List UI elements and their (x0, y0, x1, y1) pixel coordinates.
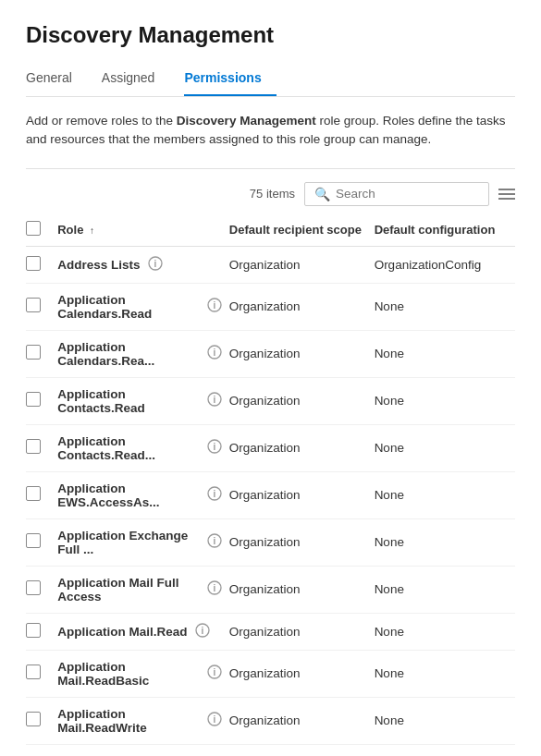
table-row: Application Contacts.Read...iOrganizatio… (26, 424, 515, 471)
row-checkbox[interactable] (26, 486, 41, 501)
row-config: None (375, 471, 515, 518)
row-role: Address Listsi (57, 246, 229, 283)
col-header-scope: Default recipient scope (229, 213, 375, 247)
row-config: None (375, 613, 515, 650)
search-input[interactable] (336, 187, 479, 201)
info-icon[interactable]: i (207, 533, 222, 551)
row-checkbox[interactable] (26, 580, 41, 595)
row-scope: Organization (229, 518, 375, 566)
role-name: Address Lists (57, 258, 140, 272)
description-text: Add or remove roles to the Discovery Man… (26, 112, 515, 150)
item-count: 75 items (250, 187, 295, 201)
row-checkbox[interactable] (26, 345, 41, 360)
row-config: None (375, 377, 515, 424)
divider (26, 168, 515, 169)
role-name: Application Calendars.Read (57, 293, 200, 321)
table-row: Application Mail.ReadWriteiOrganizationN… (26, 697, 515, 744)
row-config: None (375, 518, 515, 566)
role-name: Application Contacts.Read... (57, 434, 200, 462)
info-icon[interactable]: i (207, 486, 222, 504)
svg-text:i: i (213, 442, 215, 452)
row-checkbox-cell (26, 330, 57, 377)
row-checkbox[interactable] (26, 439, 41, 454)
col-header-config: Default configuration (375, 213, 515, 247)
row-checkbox-cell (26, 650, 57, 697)
row-checkbox[interactable] (26, 712, 41, 726)
filter-icon[interactable] (498, 188, 515, 201)
svg-text:i: i (213, 489, 215, 499)
row-role: Application Calendars.Readi (57, 283, 229, 330)
row-role: Application EWS.AccessAs...i (57, 471, 229, 518)
row-checkbox-cell (26, 283, 57, 330)
role-name: Application Mail.ReadBasic (57, 660, 200, 688)
row-checkbox[interactable] (26, 623, 41, 638)
row-checkbox[interactable] (26, 533, 41, 548)
table-row: Address ListsiOrganizationOrganizationCo… (26, 246, 515, 283)
row-role: Application Contacts.Read...i (57, 424, 229, 471)
table-row: Application Calendars.Rea...iOrganizatio… (26, 330, 515, 377)
role-name: Application Exchange Full ... (57, 529, 200, 556)
row-scope: Organization (229, 650, 375, 697)
tab-bar: General Assigned Permissions (26, 63, 515, 97)
row-checkbox-cell (26, 613, 57, 650)
row-scope: Organization (229, 330, 375, 377)
row-role: Application Exchange Full ...i (57, 518, 229, 566)
col-header-role[interactable]: Role ↑ (57, 213, 229, 247)
svg-text:i: i (213, 667, 215, 677)
tab-assigned[interactable]: Assigned (102, 63, 170, 96)
info-icon[interactable]: i (207, 439, 222, 457)
svg-text:i: i (213, 348, 215, 358)
row-scope: Organization (229, 377, 375, 424)
info-icon[interactable]: i (207, 665, 222, 682)
row-checkbox[interactable] (26, 256, 41, 271)
info-icon[interactable]: i (207, 392, 222, 409)
description-prefix: Add or remove roles to the (26, 114, 177, 128)
role-name: Application Mail.Read (57, 625, 187, 639)
row-config: None (375, 566, 515, 613)
row-checkbox[interactable] (26, 665, 41, 679)
svg-text:i: i (213, 536, 215, 546)
select-all-checkbox[interactable] (26, 221, 41, 236)
svg-text:i: i (213, 395, 215, 405)
svg-text:i: i (213, 583, 215, 593)
row-role: Application Mail Full Accessi (57, 566, 229, 613)
svg-text:i: i (154, 259, 156, 269)
row-scope: Organization (229, 424, 375, 471)
row-checkbox[interactable] (26, 298, 41, 312)
row-config: OrganizationConfig (375, 246, 515, 283)
search-box: 🔍 (304, 182, 489, 206)
row-checkbox-cell (26, 424, 57, 471)
row-scope: Organization (229, 697, 375, 744)
sort-icon: ↑ (90, 226, 94, 236)
svg-text:i: i (213, 714, 215, 725)
row-config: None (375, 283, 515, 330)
row-scope: Organization (229, 246, 375, 283)
row-checkbox-cell (26, 518, 57, 566)
info-icon[interactable]: i (207, 580, 222, 598)
row-checkbox-cell (26, 697, 57, 744)
tab-permissions[interactable]: Permissions (184, 63, 276, 96)
tab-general[interactable]: General (26, 63, 87, 96)
row-checkbox-cell (26, 246, 57, 283)
row-checkbox-cell (26, 566, 57, 613)
role-name: Application Mail Full Access (57, 576, 200, 604)
row-role: Application Mail.Readi (57, 613, 229, 650)
info-icon[interactable]: i (207, 298, 222, 315)
info-icon[interactable]: i (148, 256, 163, 274)
table-header-row: Role ↑ Default recipient scope Default c… (26, 213, 515, 247)
info-icon[interactable]: i (207, 712, 222, 729)
row-config: None (375, 330, 515, 377)
info-icon[interactable]: i (207, 345, 222, 362)
svg-text:i: i (201, 626, 203, 636)
row-scope: Organization (229, 566, 375, 613)
page-title: Discovery Management (26, 22, 515, 48)
search-icon: 🔍 (314, 187, 330, 201)
permissions-table: Role ↑ Default recipient scope Default c… (26, 213, 515, 745)
row-config: None (375, 424, 515, 471)
info-icon[interactable]: i (195, 623, 210, 640)
table-row: Application Contacts.ReadiOrganizationNo… (26, 377, 515, 424)
table-row: Application Mail Full AccessiOrganizatio… (26, 566, 515, 613)
row-checkbox[interactable] (26, 392, 41, 407)
row-checkbox-cell (26, 377, 57, 424)
description-highlight: Discovery Management (177, 114, 316, 128)
